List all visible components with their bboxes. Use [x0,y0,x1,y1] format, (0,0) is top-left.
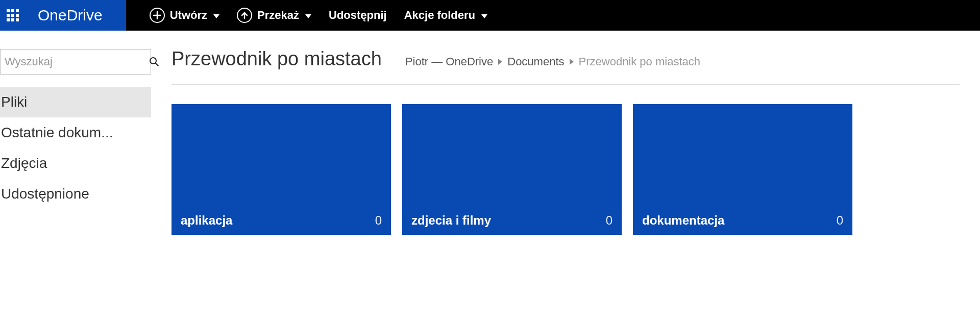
sidebar-item-recent[interactable]: Ostatnie dokum... [0,117,151,148]
upload-icon [237,8,252,23]
tile-footer: dokumentacja 0 [633,207,852,235]
app-launcher-button[interactable] [0,0,26,31]
folder-actions-label: Akcje folderu [404,9,475,22]
search-container [0,49,151,75]
create-label: Utwórz [170,9,207,22]
create-button[interactable]: Utwórz [150,8,219,23]
chevron-down-icon [481,14,487,18]
upload-button[interactable]: Przekaż [237,8,311,23]
sidebar-nav: Pliki Ostatnie dokum... Zdjęcia Udostępn… [0,87,151,209]
title-row: Przewodnik po miastach Piotr — OneDrive … [172,48,960,85]
tile-name: aplikacja [181,213,232,228]
search-input[interactable] [1,55,149,68]
folder-tile[interactable]: zdjecia i filmy 0 [402,104,622,235]
breadcrumb-segment[interactable]: Documents [507,55,564,68]
tile-name: zdjecia i filmy [411,213,491,228]
top-bar-brand-area: OneDrive [0,0,126,31]
main-area: Pliki Ostatnie dokum... Zdjęcia Udostępn… [0,31,980,318]
share-button[interactable]: Udostępnij [329,9,387,22]
sidebar-item-shared[interactable]: Udostępnione [0,179,151,209]
tile-count: 0 [837,213,843,228]
tile-footer: zdjecia i filmy 0 [402,207,622,235]
folder-tile[interactable]: dokumentacja 0 [633,104,852,235]
chevron-down-icon [305,14,311,18]
tile-count: 0 [606,213,612,228]
plus-icon [150,8,165,23]
breadcrumb-root[interactable]: Piotr — OneDrive [405,55,493,68]
tile-footer: aplikacja 0 [172,207,391,235]
chevron-right-icon [570,59,574,65]
grid-icon [7,9,19,21]
breadcrumb: Piotr — OneDrive Documents Przewodnik po… [405,55,700,68]
sidebar: Pliki Ostatnie dokum... Zdjęcia Udostępn… [0,31,151,318]
folder-tile[interactable]: aplikacja 0 [172,104,391,235]
page-title: Przewodnik po miastach [172,48,382,70]
brand-link[interactable]: OneDrive [26,0,126,31]
breadcrumb-current: Przewodnik po miastach [579,55,700,68]
top-bar-actions: Utwórz Przekaż Udostępnij Akcje folderu [126,0,487,31]
tile-name: dokumentacja [642,213,724,228]
upload-label: Przekaż [257,9,299,22]
chevron-right-icon [498,59,502,65]
chevron-down-icon [213,14,219,18]
folder-tiles: aplikacja 0 zdjecia i filmy 0 dokumentac… [172,104,960,235]
tile-count: 0 [375,213,382,228]
sidebar-item-photos[interactable]: Zdjęcia [0,148,151,179]
share-label: Udostępnij [329,9,387,22]
top-bar: OneDrive Utwórz Przekaż Udostępnij Akcje… [0,0,980,31]
folder-actions-button[interactable]: Akcje folderu [404,9,487,22]
search-box[interactable] [0,49,151,75]
sidebar-item-files[interactable]: Pliki [0,87,151,117]
content-area: Przewodnik po miastach Piotr — OneDrive … [151,31,980,318]
